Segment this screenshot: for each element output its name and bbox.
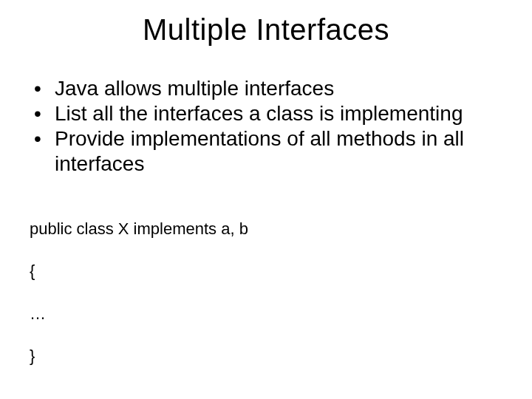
slide: Multiple Interfaces Java allows multiple…	[0, 0, 532, 399]
bullet-item: List all the interfaces a class is imple…	[30, 101, 502, 126]
slide-title: Multiple Interfaces	[30, 13, 502, 47]
code-block: public class X implements a, b { … }	[30, 198, 502, 388]
code-line: …	[30, 304, 502, 325]
code-line: {	[30, 261, 502, 282]
bullet-item: Provide implementations of all methods i…	[30, 126, 502, 177]
code-line: public class X implements a, b	[30, 219, 502, 240]
code-line: }	[30, 346, 502, 367]
bullet-list: Java allows multiple interfaces List all…	[30, 76, 502, 177]
bullet-item: Java allows multiple interfaces	[30, 76, 502, 101]
